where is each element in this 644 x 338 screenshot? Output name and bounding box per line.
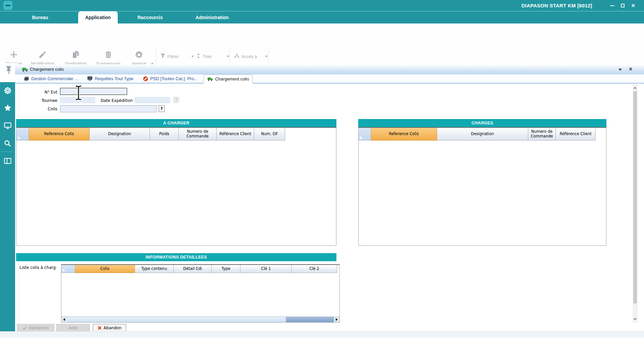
column-header-poids[interactable]: Poids — [150, 128, 179, 140]
chevron-down-icon[interactable] — [265, 56, 268, 57]
colis-help-button[interactable]: ? — [159, 105, 165, 112]
date-expedition-label: Date Expédition — [101, 98, 133, 103]
column-header-reference-client[interactable]: Référence Client — [217, 128, 254, 140]
trier-button[interactable]: Trier — [196, 52, 229, 60]
column-header-reference-client[interactable]: Référence Client — [556, 128, 596, 140]
select-all-corner[interactable] — [16, 128, 29, 140]
date-expedition-input[interactable] — [135, 97, 170, 103]
truck-icon — [207, 76, 213, 81]
rail-panels-button[interactable] — [0, 154, 15, 168]
maximize-icon[interactable] — [621, 4, 625, 7]
doc-tab-psd[interactable]: PSD [Toutes Cat.]: Pro... — [140, 74, 201, 83]
trier-label: Trier — [203, 54, 212, 59]
rail-desktop-button[interactable] — [0, 118, 15, 133]
menu-tab-application[interactable]: Application — [78, 11, 118, 24]
column-header-colis[interactable]: Colis — [75, 265, 135, 273]
menu-tab-raccourcis[interactable]: Raccourcis — [127, 11, 173, 24]
chevron-down-icon[interactable] — [191, 56, 194, 57]
menu-tab-administration[interactable]: Administration — [184, 11, 240, 24]
minimize-icon[interactable] — [610, 5, 614, 6]
document-tabs: Gestion Commerciale ... Requêtes Tout Ty… — [15, 74, 644, 83]
column-header-cle-2[interactable]: Clé 2 — [292, 265, 337, 273]
doc-tab-label: Requêtes Tout Type — [95, 76, 133, 81]
doc-tab-gestion-commerciale[interactable]: Gestion Commerciale ... — [20, 74, 81, 83]
charges-section-title: CHARGES — [358, 119, 606, 127]
doc-tab-chargement-colis[interactable]: Chargement colis — [204, 74, 253, 83]
aide-button[interactable]: Aide — [56, 324, 90, 332]
informations-section-title: INFORMATIONS DETAILLEES — [16, 253, 336, 261]
truck-icon — [22, 67, 28, 73]
column-header-reference-colis[interactable]: Reference Colis — [29, 128, 90, 140]
column-header-cle-1[interactable]: Clé 1 — [240, 265, 292, 273]
gear-icon — [135, 48, 144, 61]
titlebar: DIAPASON START KM [8012] ✕ — [0, 0, 644, 11]
scroll-up-icon[interactable] — [633, 85, 638, 91]
column-header-num-of[interactable]: Num. OF — [254, 128, 285, 140]
scroll-down-icon[interactable] — [633, 316, 638, 322]
column-header-reference-colis[interactable]: Reference Colis — [371, 128, 437, 140]
column-header-type[interactable]: Type — [212, 265, 240, 273]
select-all-corner[interactable] — [359, 128, 371, 140]
a-charger-table: Reference Colis Designation Poids Numero… — [16, 127, 336, 246]
duplication-button[interactable]: Duplication — [60, 48, 92, 66]
column-header-designation[interactable]: Designation — [90, 128, 150, 140]
close-icon[interactable]: ✕ — [631, 3, 635, 8]
liste-colis-label: Liste colis à charg· — [19, 265, 60, 270]
ribbon: Création Modification Duplication Suppre… — [0, 23, 644, 63]
horizontal-scroll-track[interactable] — [67, 317, 334, 322]
avance-button[interactable]: Avancé — [125, 48, 154, 66]
doc-tab-requetes-tout-type[interactable]: Requêtes Tout Type — [84, 74, 137, 83]
panel-chevron-down-icon[interactable] — [619, 69, 622, 71]
pin-icon[interactable] — [5, 66, 12, 74]
column-header-designation[interactable]: Designation — [437, 128, 528, 140]
column-header-detail-cdi[interactable]: Détail Cdi — [174, 265, 212, 273]
menubar: Bureau Application Raccourcis Administra… — [0, 11, 644, 23]
scroll-left-icon[interactable] — [61, 317, 67, 322]
helm-wheel-icon — [3, 86, 12, 95]
acces-a-label: Accès à — [241, 54, 257, 59]
corner-triangle-icon — [18, 136, 21, 139]
horizontal-scrollbar[interactable] — [61, 317, 339, 322]
panel-close-icon[interactable]: ✕ — [629, 66, 633, 72]
search-icon — [3, 139, 12, 148]
validation-button[interactable]: Validation — [17, 324, 54, 332]
vertical-scroll-thumb[interactable] — [633, 91, 637, 303]
charges-table: Reference Colis Designation Numero de Co… — [358, 127, 606, 246]
star-icon — [3, 104, 12, 112]
acces-a-button[interactable]: Accès à — [234, 52, 268, 60]
column-header-numero-de-commande[interactable]: Numero de Commande — [528, 128, 556, 140]
plus-icon — [9, 48, 18, 61]
menu-tab-bureau[interactable]: Bureau — [21, 11, 59, 24]
sitemap-icon — [234, 53, 239, 60]
logo-wave-icon — [5, 5, 10, 6]
aide-label: Aide — [69, 326, 78, 330]
filtrer-button[interactable]: Filtrer — [160, 52, 194, 60]
doc-tab-label: Gestion Commerciale ... — [31, 76, 78, 81]
evt-input[interactable] — [60, 88, 127, 95]
column-header-numero-de-commande[interactable]: Numero de Commande — [179, 128, 217, 140]
corner-triangle-icon — [360, 136, 363, 139]
modification-button[interactable]: Modification — [25, 48, 60, 66]
sort-icon — [196, 53, 201, 59]
scroll-right-icon[interactable] — [334, 317, 339, 322]
pencil-icon — [38, 48, 47, 61]
chevron-down-icon[interactable] — [227, 56, 229, 57]
cabinet-icon — [24, 76, 29, 81]
vertical-scrollbar[interactable] — [633, 84, 638, 323]
rail-separator — [1, 152, 14, 152]
colis-input[interactable] — [60, 105, 157, 112]
filtrer-label: Filtrer — [167, 54, 178, 59]
column-header-type-contenu[interactable]: Type contenu — [135, 265, 174, 273]
rail-wheel-button[interactable] — [0, 83, 15, 98]
status-strip — [0, 331, 644, 338]
colis-label: Colis — [20, 107, 57, 111]
panel-header: Chargement colis ✕ — [15, 64, 644, 74]
rail-search-button[interactable] — [0, 136, 15, 151]
rail-favorites-button[interactable] — [0, 101, 15, 115]
a-charger-header-row: Reference Colis Designation Poids Numero… — [16, 128, 336, 140]
abandon-button[interactable]: Abandon — [93, 324, 126, 332]
app-logo-icon[interactable] — [3, 1, 12, 10]
horizontal-scroll-thumb[interactable] — [286, 317, 334, 322]
select-all-corner[interactable] — [61, 265, 75, 273]
doc-tab-label: PSD [Toutes Cat.]: Pro... — [150, 76, 198, 81]
